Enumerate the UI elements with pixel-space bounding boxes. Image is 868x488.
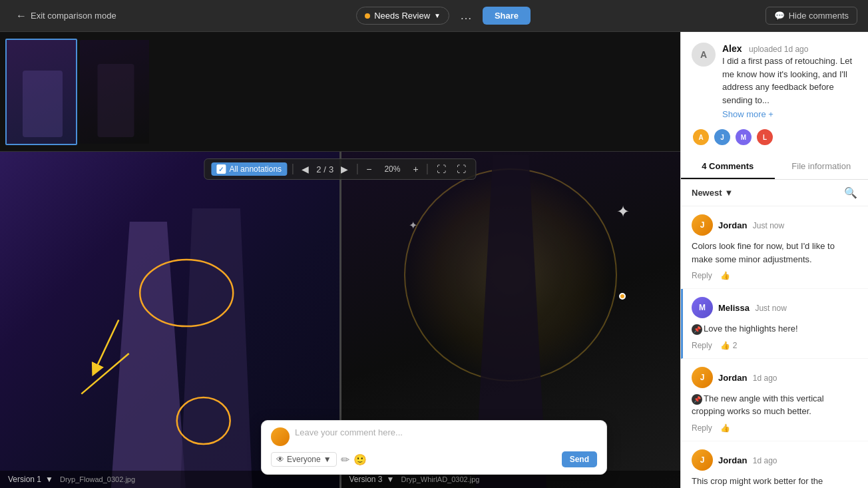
thumbnails-strip <box>0 32 680 152</box>
comment-item-1: J Jordan Just now Colors look fine for n… <box>681 206 868 289</box>
topbar-left: ← Exit comparison mode <box>11 7 122 25</box>
zoom-level: 20% <box>379 164 405 174</box>
comment-author-1: Jordan <box>718 220 747 230</box>
avatar-3: M <box>734 128 753 146</box>
visibility-chevron-icon: ▼ <box>324 455 331 464</box>
comment-header-3: J Jordan 1d ago <box>692 367 857 388</box>
sort-dropdown[interactable]: Newest ▼ <box>692 188 733 198</box>
image-toolbar: All annotations ◀ 2 / 3 ▶ − 20% + ⛶ ⛶ <box>204 158 476 180</box>
comment-time-3: 1d ago <box>753 373 777 383</box>
share-button[interactable]: Share <box>483 7 531 25</box>
reply-button-2[interactable]: Reply <box>692 341 712 350</box>
zoom-in-button[interactable]: + <box>409 162 421 176</box>
comment-item-4: J Jordan 1d ago This crop might work bet… <box>681 441 868 489</box>
sort-chevron-icon: ▼ <box>725 188 734 198</box>
needs-review-label: Needs Review <box>374 11 430 21</box>
comment-author-3: Jordan <box>718 373 747 383</box>
image-panel: All annotations ◀ 2 / 3 ▶ − 20% + ⛶ ⛶ <box>0 32 680 488</box>
uploader-message: I did a first pass of retouching. Let me… <box>722 55 857 107</box>
uploader-name: Alex <box>722 43 742 54</box>
fullscreen-button[interactable]: ⛶ <box>453 162 469 176</box>
search-icon: 🔍 <box>844 187 857 198</box>
send-comment-button[interactable]: Send <box>562 451 597 467</box>
topbar-right: 💬 Hide comments <box>765 7 857 25</box>
comment-avatar-3: J <box>692 367 713 388</box>
comment-input-toolbar: 👁 Everyone ▼ ✏ 🙂 Send <box>271 451 597 467</box>
version-left-chevron: ▼ <box>45 475 53 484</box>
page-total: 3 <box>329 164 333 174</box>
comment-avatar-2: M <box>692 297 713 318</box>
exit-comparison-label: Exit comparison mode <box>31 11 116 21</box>
exit-comparison-button[interactable]: ← Exit comparison mode <box>11 7 122 25</box>
arrow-left-icon: ← <box>16 10 27 22</box>
emoji-button[interactable]: 🙂 <box>353 453 367 466</box>
comment-icon: 💬 <box>774 11 785 21</box>
needs-review-dot <box>365 13 370 19</box>
comment-actions-3: Reply 👍 <box>692 423 857 433</box>
comment-body-2: 📌Love the highlights here! <box>692 322 857 336</box>
comment-header-2: M Melissa Just now <box>692 297 857 318</box>
more-options-button[interactable]: … <box>455 6 477 25</box>
comment-body-4: This crop might work better for the maga… <box>692 475 857 489</box>
tab-file-info[interactable]: File information <box>775 154 869 179</box>
next-page-button[interactable]: ▶ <box>337 162 351 176</box>
comment-input-box: 👁 Everyone ▼ ✏ 🙂 Send <box>261 420 607 475</box>
version-right-chevron: ▼ <box>387 475 395 484</box>
version-right-filename: Dryp_WhirlAD_0302.jpg <box>401 475 479 483</box>
uploader-info: A Alex uploaded 1d ago I did a first pas… <box>692 43 857 120</box>
svg-line-1 <box>95 320 119 371</box>
comment-actions-2: Reply 👍 2 <box>692 341 857 350</box>
sidebar-header: A Alex uploaded 1d ago I did a first pas… <box>681 32 868 154</box>
drawing-tool-button[interactable]: ✏ <box>341 453 349 466</box>
annotations-toggle-button[interactable]: All annotations <box>211 162 287 176</box>
input-user-avatar <box>271 427 290 446</box>
show-more-button[interactable]: Show more + <box>722 109 773 119</box>
like-button-1[interactable]: 👍 <box>720 271 730 280</box>
main-content: All annotations ◀ 2 / 3 ▶ − 20% + ⛶ ⛶ <box>0 32 868 488</box>
thumbnail-2[interactable] <box>79 39 150 145</box>
avatar-row: A J M L <box>692 128 857 146</box>
comment-time-4: 1d ago <box>753 456 777 465</box>
comment-item-3: J Jordan 1d ago 📌The new angle with this… <box>681 359 868 441</box>
comment-item-2: M Melissa Just now 📌Love the highlights … <box>681 289 868 359</box>
search-comments-button[interactable]: 🔍 <box>844 186 857 199</box>
sidebar-tabs: 4 Comments File information <box>681 154 868 180</box>
tab-comments[interactable]: 4 Comments <box>681 154 775 179</box>
page-current: 2 <box>316 164 321 174</box>
comment-meta-1: Jordan Just now <box>718 219 784 231</box>
topbar-center: Needs Review ▼ … Share <box>356 6 531 25</box>
version-left-filename: Dryp_Flowad_0302.jpg <box>60 475 135 483</box>
page-separator: / <box>324 164 326 174</box>
fit-screen-button[interactable]: ⛶ <box>433 162 449 176</box>
comment-input-row <box>271 427 597 446</box>
check-icon <box>216 164 226 174</box>
annotations-label: All annotations <box>229 164 282 174</box>
prev-page-button[interactable]: ◀ <box>298 162 312 176</box>
like-button-3[interactable]: 👍 <box>720 423 730 433</box>
uploader-text: Alex uploaded 1d ago I did a first pass … <box>722 43 857 120</box>
comment-textarea[interactable] <box>295 427 597 441</box>
visibility-label: Everyone <box>287 455 321 464</box>
comment-body-1: Colors look fine for now, but I'd like t… <box>692 240 857 266</box>
zoom-out-button[interactable]: − <box>363 162 375 176</box>
uploader-name-line: Alex uploaded 1d ago <box>722 43 857 55</box>
version-right-name: Version 3 <box>349 475 383 484</box>
comments-list: J Jordan Just now Colors look fine for n… <box>681 206 868 488</box>
reply-button-1[interactable]: Reply <box>692 271 712 280</box>
eye-icon: 👁 <box>276 455 284 464</box>
needs-review-button[interactable]: Needs Review ▼ <box>356 7 449 25</box>
like-icon-2: 👍 <box>720 341 730 350</box>
separator-1 <box>292 164 293 174</box>
comment-author-4: Jordan <box>718 455 747 465</box>
reply-button-3[interactable]: Reply <box>692 423 712 433</box>
hide-comments-button[interactable]: 💬 Hide comments <box>765 7 857 25</box>
pin-icon-3: 📌 <box>692 394 702 405</box>
thumbnail-1[interactable] <box>5 39 77 145</box>
chevron-down-icon: ▼ <box>434 12 441 19</box>
pin-icon-2: 📌 <box>692 324 702 335</box>
like-button-2[interactable]: 👍 2 <box>720 341 738 350</box>
visibility-dropdown[interactable]: 👁 Everyone ▼ <box>271 452 337 467</box>
sort-label: Newest <box>692 188 722 198</box>
separator-3 <box>427 164 428 174</box>
comment-time-2: Just now <box>755 304 786 313</box>
